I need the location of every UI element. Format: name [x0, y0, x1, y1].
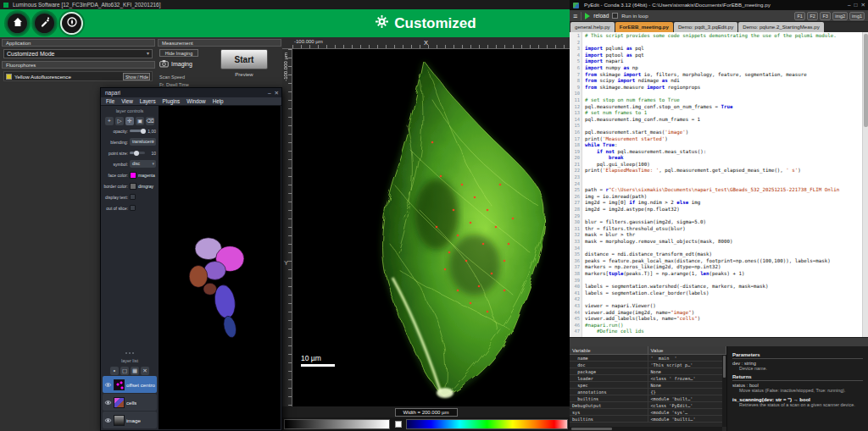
code-line[interactable]: mask = morphology.remove_small_objects(m… [585, 239, 862, 246]
napari-titlebar[interactable]: napari –✕ [101, 88, 281, 97]
code-line[interactable]: mask = blur > thr [585, 232, 862, 239]
microscopy-canvas[interactable]: 10 µm [292, 49, 570, 406]
navigation-tab-button[interactable] [60, 12, 83, 35]
code-line[interactable]: markers[tuple(peaks.T)] = np.arange(1, l… [585, 271, 862, 278]
transform-icon[interactable]: ▣ [136, 117, 144, 125]
code-line[interactable]: from skimage.measure import regionprops [585, 85, 862, 91]
variable-row[interactable]: __spec__None [570, 382, 726, 389]
new-labels-layer-icon[interactable]: ▦ [131, 367, 139, 375]
editor-scrollbar-thumb[interactable] [864, 34, 868, 127]
menu-help[interactable]: Help [209, 97, 227, 105]
start-button[interactable]: Start [220, 49, 268, 69]
code-line[interactable]: pql.measurement.img_conf.stop_on_num_fra… [585, 104, 862, 111]
variable-row[interactable]: DebugOutput<class 'PyEdit…' [570, 402, 726, 409]
opacity-slider[interactable] [130, 130, 145, 132]
code-line[interactable]: # This script provides some code snippet… [585, 33, 862, 40]
variables-hscrollbar[interactable] [570, 427, 722, 431]
code-line[interactable] [585, 40, 862, 47]
toolbar-button-f3[interactable]: F3 [820, 12, 831, 20]
toolbar-button-f2[interactable]: F2 [807, 12, 818, 20]
code-lines[interactable]: # This script provides some code snippet… [582, 32, 862, 337]
run-in-loop-checkbox[interactable] [612, 13, 618, 19]
tools-tab-button[interactable] [33, 12, 56, 35]
variable-row[interactable]: __annotations__{} [570, 389, 726, 395]
code-line[interactable]: from skimage import io, filters, morphol… [585, 72, 862, 79]
code-line[interactable] [585, 278, 862, 285]
editor-tab[interactable]: ForEBB_meeting.py [615, 22, 673, 32]
point-size-slider[interactable] [130, 152, 145, 154]
hide-imaging-button[interactable]: Hide Imaging [159, 49, 198, 57]
variable-row[interactable]: __builtins__<module 'built…' [570, 395, 726, 402]
variable-row[interactable]: __loader__<class '_frozen…' [570, 375, 726, 382]
code-line[interactable]: while True: [585, 142, 862, 149]
new-shapes-layer-icon[interactable]: ▢ [120, 367, 129, 375]
editor-scrollbar[interactable] [862, 32, 868, 337]
code-line[interactable]: labels = segmentation.clear_border(label… [585, 290, 862, 297]
close-icon[interactable]: ✕ [861, 0, 865, 9]
code-line[interactable]: import pqtool as pqt [585, 52, 862, 59]
eye-icon[interactable] [104, 417, 112, 423]
mode-dropdown[interactable]: Customized Mode ▾ [3, 49, 153, 58]
code-line[interactable]: blur = filters.gaussian(img2d, sigma=5.0… [585, 219, 862, 226]
code-line[interactable]: labels = segmentation.watershed(-distanc… [585, 284, 862, 290]
toolbar-button-img2[interactable]: img2 [832, 12, 848, 20]
variable-row[interactable]: __package__None [570, 368, 726, 375]
maximize-icon[interactable]: □ [854, 0, 858, 9]
fluorophore-row[interactable]: Yellow Autofluorescence Show / Hide [3, 71, 153, 81]
home-tab-button[interactable] [6, 12, 29, 35]
menu-plugins[interactable]: Plugins [159, 97, 184, 105]
luminous-titlebar[interactable]: Luminous Software [12_FC3inPDA_Alto632_K… [0, 0, 570, 9]
code-line[interactable]: # set stop on num frames to True [585, 97, 862, 104]
code-line[interactable]: thr = filters.threshold_otsu(blur) [585, 226, 862, 233]
code-line[interactable]: peaks = feature.peak_local_max(distance,… [585, 258, 862, 265]
code-line[interactable] [585, 246, 862, 252]
code-line[interactable]: pql.measurement.img_conf.num_frames = 1 [585, 117, 862, 124]
out-of-slice-checkbox[interactable] [130, 205, 136, 211]
pan-zoom-icon[interactable]: ✛ [125, 117, 134, 125]
layer-item-offset-centroids[interactable]: offset centroids [103, 376, 157, 393]
menu-view[interactable]: View [118, 97, 136, 105]
panel-resize-handle[interactable] [101, 351, 159, 356]
colorbar-checkbox[interactable] [395, 421, 402, 428]
new-points-layer-icon[interactable]: • [110, 367, 119, 375]
close-icon[interactable]: ✕ [275, 88, 279, 97]
editor-tab[interactable]: Demo: pqdt_3.pqEdit.py [674, 22, 737, 32]
layer-item-cells[interactable]: cells [103, 394, 157, 411]
code-line[interactable]: print('ElapsedMeasTime: ', pql.measureme… [585, 168, 862, 174]
code-line[interactable]: if not pql.measurement.meas_status(): [585, 149, 862, 156]
code-line[interactable]: img2d = img[0] if img.ndim > 2 else img [585, 200, 862, 207]
hamburger-icon[interactable]: ≡ [573, 10, 577, 22]
variable-row[interactable]: builtins<module 'builti…' [570, 416, 726, 423]
reload-label[interactable]: reload [593, 13, 609, 19]
menu-window[interactable]: Window [183, 97, 209, 105]
face-color-swatch[interactable] [130, 172, 136, 179]
code-line[interactable]: #Define cell ids [585, 329, 862, 335]
code-line[interactable]: print('Measurement started') [585, 136, 862, 143]
layer-item-image[interactable]: image [103, 412, 157, 428]
variable-row[interactable]: __name__'__main__' [570, 355, 726, 362]
show-hide-button[interactable]: Show / Hide [123, 73, 150, 80]
code-line[interactable]: img2d = img2d.astype(np.float32) [585, 207, 862, 213]
editor-tab[interactable]: general.help.py [570, 22, 615, 32]
minimize-icon[interactable]: – [848, 0, 851, 9]
eye-icon[interactable] [104, 400, 112, 406]
napari-canvas[interactable] [159, 106, 281, 429]
display-text-checkbox[interactable] [130, 194, 136, 200]
code-line[interactable]: markers = np.zeros_like(img2d, dtype=np.… [585, 264, 862, 271]
minimize-icon[interactable]: – [268, 88, 271, 97]
code-line[interactable]: import numpy as np [585, 65, 862, 72]
code-line[interactable]: # set num frames to 1 [585, 110, 862, 117]
code-line[interactable]: path = r"C:\Users\sixmakis\Documents\nap… [585, 187, 862, 194]
code-line[interactable]: pql.measurement.start_meas('image') [585, 130, 862, 136]
toolbar-button-f1[interactable]: F1 [794, 12, 805, 20]
imaging-mode[interactable]: Imaging [159, 59, 192, 69]
variables-vscrollbar-thumb[interactable] [723, 356, 726, 378]
code-line[interactable] [585, 296, 862, 303]
code-line[interactable]: pql.gui_sleep(100) [585, 162, 862, 169]
code-line[interactable]: viewer = napari.Viewer() [585, 303, 862, 310]
code-line[interactable] [585, 123, 862, 130]
code-line[interactable]: viewer.add_image(img2d, name="image") [585, 310, 862, 317]
code-line[interactable]: break [585, 155, 862, 162]
symbol-dropdown[interactable]: disc ▾ [130, 160, 156, 168]
variable-row[interactable]: __doc__'This script p…' [570, 362, 726, 368]
